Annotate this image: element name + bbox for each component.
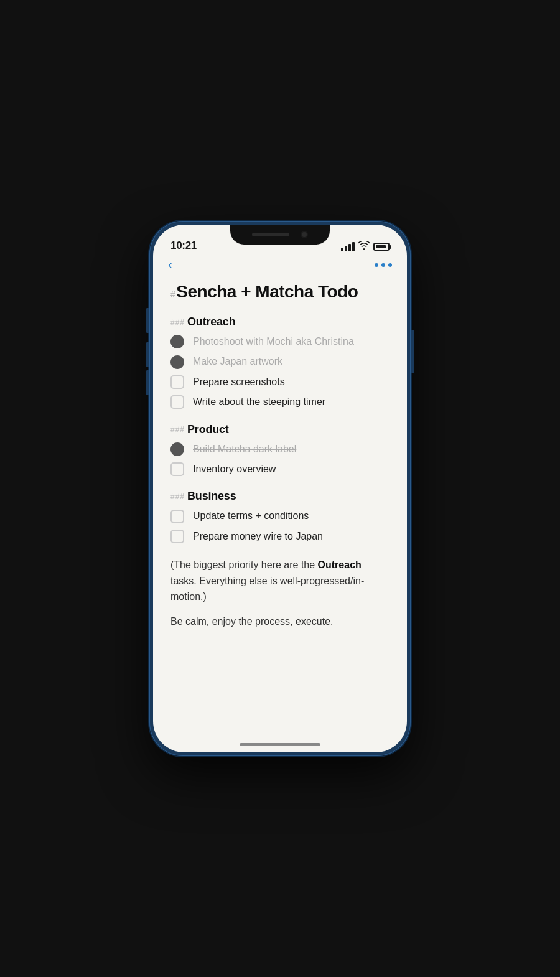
checkbox-steeping[interactable] [170,395,184,409]
notch-camera [301,231,308,238]
todo-item-inventory: Inventory overview [170,462,390,476]
checkbox-inventory[interactable] [170,462,184,476]
todo-text-screenshots: Prepare screenshots [193,375,285,389]
checkbox-screenshots[interactable] [170,375,184,389]
checkbox-money-wire[interactable] [170,530,184,543]
battery-icon [373,243,390,251]
todo-text-money-wire: Prepare money wire to Japan [193,530,323,543]
todo-item-steeping: Write about the steeping timer [170,395,390,409]
note-paragraph: (The biggest priority here are the Outre… [170,557,390,605]
product-title: Product [187,423,229,436]
wifi-icon [358,241,370,252]
todo-item-matcha-label: Build Matcha dark label [170,442,390,456]
checkbox-artwork[interactable] [170,355,184,369]
note-text-after: tasks. Everything else is well-progresse… [170,576,364,602]
business-section-header: ### Business [170,490,390,503]
todo-item-terms: Update terms + conditions [170,509,390,523]
phone-screen: 10:21 [153,225,407,752]
page-title: #Sencha + Matcha Todo [170,282,390,302]
nav-bar: ‹ [153,256,407,277]
status-icons [341,241,390,252]
section-outreach: ### Outreach Photoshoot with Mochi aka C… [170,316,390,409]
more-dot-1 [375,263,378,267]
home-indicator [240,743,320,746]
more-dot-3 [388,263,392,267]
todo-text-steeping: Write about the steeping timer [193,395,325,409]
todo-text-matcha-label: Build Matcha dark label [193,442,296,456]
signal-icon [341,242,355,251]
content-area: #Sencha + Matcha Todo ### Outreach Photo… [153,277,407,736]
todo-text-artwork: Make Japan artwork [193,355,282,368]
phone-frame: 10:21 [149,221,411,756]
status-time: 10:21 [170,240,197,252]
section-product: ### Product Build Matcha dark label Inve… [170,423,390,477]
todo-item-artwork: Make Japan artwork [170,355,390,368]
todo-item-photoshoot: Photoshoot with Mochi aka Christina [170,335,390,348]
todo-item-screenshots: Prepare screenshots [170,375,390,389]
todo-item-money-wire: Prepare money wire to Japan [170,530,390,543]
more-menu-button[interactable] [375,263,392,267]
todo-text-photoshoot: Photoshoot with Mochi aka Christina [193,335,354,348]
todo-text-inventory: Inventory overview [193,462,276,476]
product-hash: ### [170,425,185,434]
section-business: ### Business Update terms + conditions P… [170,490,390,543]
page-title-prefix: # [170,289,175,299]
business-hash: ### [170,492,185,501]
outreach-title: Outreach [187,316,235,329]
note-text-before: (The biggest priority here are the [170,559,318,570]
more-dot-2 [381,263,385,267]
outreach-section-header: ### Outreach [170,316,390,329]
note-bold-word: Outreach [318,559,362,570]
back-button[interactable]: ‹ [168,258,172,272]
checkbox-photoshoot[interactable] [170,335,184,348]
checkbox-terms[interactable] [170,510,184,523]
notch [230,225,330,245]
product-section-header: ### Product [170,423,390,436]
outreach-hash: ### [170,318,185,327]
notch-speaker [252,233,289,236]
checkbox-matcha-label[interactable] [170,442,184,456]
business-title: Business [187,490,236,503]
todo-text-terms: Update terms + conditions [193,509,309,523]
closing-paragraph: Be calm, enjoy the process, execute. [170,614,390,630]
